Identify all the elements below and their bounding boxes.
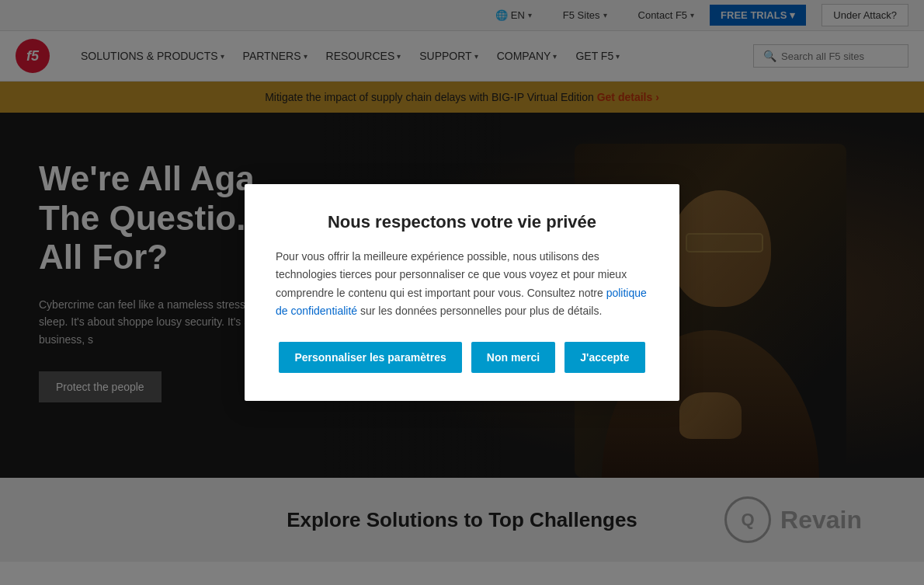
- modal-overlay: Nous respectons votre vie privée Pour vo…: [0, 0, 924, 585]
- modal-title: Nous respectons votre vie privée: [276, 212, 648, 232]
- modal-body: Pour vous offrir la meilleure expérience…: [276, 248, 648, 319]
- customize-settings-button[interactable]: Personnaliser les paramètres: [279, 342, 461, 373]
- accept-button[interactable]: J'accepte: [564, 342, 644, 373]
- modal-actions: Personnaliser les paramètres Non merci J…: [276, 342, 648, 373]
- privacy-modal: Nous respectons votre vie privée Pour vo…: [245, 184, 679, 400]
- decline-button[interactable]: Non merci: [471, 342, 555, 373]
